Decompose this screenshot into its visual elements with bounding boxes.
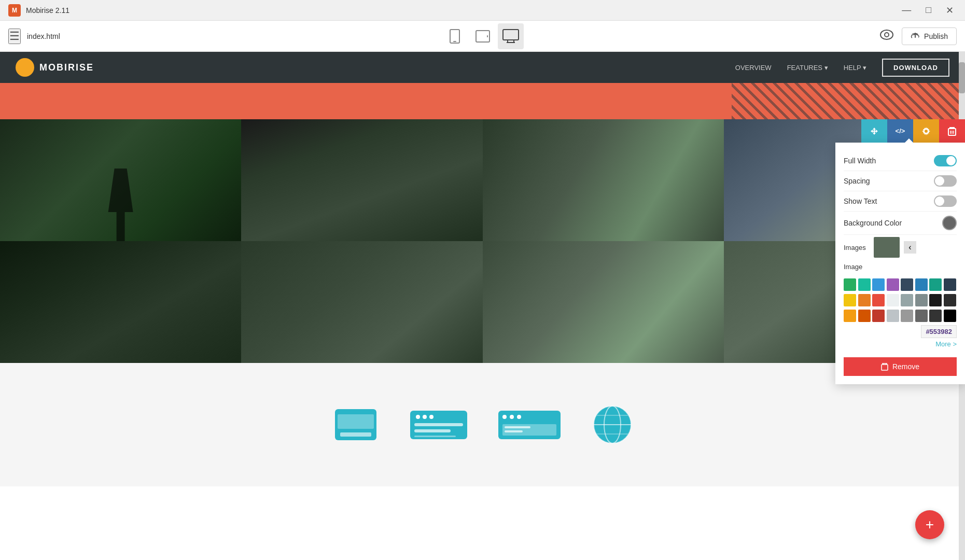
window-controls: — □ ✕ <box>899 4 957 17</box>
color-swatch-charcoal[interactable] <box>929 310 942 322</box>
color-swatch-dark-orange[interactable] <box>858 310 871 322</box>
publish-button[interactable]: Publish <box>902 27 957 45</box>
full-width-label: Full Width <box>844 157 876 165</box>
background-color-swatch[interactable] <box>942 216 957 230</box>
feature-tablet-icon <box>332 407 379 443</box>
nav-link-features[interactable]: FEATURES ▾ <box>787 64 828 72</box>
desktop-device-button[interactable] <box>498 23 524 49</box>
toolbar: ☰ index.html <box>0 21 965 52</box>
nav-link-overview[interactable]: OVERVIEW <box>735 64 772 72</box>
color-section: #553982 More > <box>844 274 957 352</box>
color-swatch-red[interactable] <box>872 294 885 306</box>
app-title: Mobirise 2.11 <box>26 6 69 15</box>
svg-rect-4 <box>503 30 519 40</box>
svg-rect-22 <box>340 432 371 437</box>
svg-rect-30 <box>414 436 456 437</box>
svg-point-32 <box>502 415 507 419</box>
color-swatch-orange[interactable] <box>858 294 871 306</box>
title-bar: M Mobirise 2.11 — □ ✕ <box>0 0 965 21</box>
spacing-toggle[interactable] <box>934 175 957 187</box>
toolbar-right: Publish <box>880 27 957 45</box>
color-swatch-silver[interactable] <box>887 310 899 322</box>
color-hex-row: #553982 <box>844 325 957 338</box>
full-width-toggle[interactable] <box>934 155 957 166</box>
show-text-toggle[interactable] <box>934 195 957 207</box>
full-width-setting: Full Width <box>844 151 957 171</box>
svg-point-9 <box>925 130 928 133</box>
gallery-image-7 <box>483 241 724 363</box>
show-text-setting: Show Text <box>844 191 957 212</box>
orange-section <box>0 83 965 119</box>
image-thumbnail[interactable] <box>874 237 900 258</box>
nav-bar: MOBIRISE OVERVIEW FEATURES ▾ HELP ▾ DOWN… <box>0 52 965 83</box>
spacing-label: Spacing <box>844 177 870 185</box>
show-text-label: Show Text <box>844 197 877 205</box>
nav-download-button[interactable]: DOWNLOAD <box>882 59 949 77</box>
prev-image-button[interactable]: ‹ <box>904 241 916 254</box>
color-swatch-purple[interactable] <box>887 278 899 291</box>
image-gallery: </> Full Width <box>0 119 965 363</box>
settings-section-button[interactable] <box>913 119 939 143</box>
nav-links: OVERVIEW FEATURES ▾ HELP ▾ DOWNLOAD <box>735 59 949 77</box>
more-colors-link[interactable]: More > <box>844 340 957 348</box>
nav-link-help[interactable]: HELP ▾ <box>844 64 866 72</box>
color-swatch-mid-gray[interactable] <box>915 294 928 306</box>
gallery-image-5 <box>0 241 241 363</box>
color-swatch-dark-teal[interactable] <box>929 278 942 291</box>
color-swatch-mid-blue[interactable] <box>915 278 928 291</box>
color-swatch-medium-gray[interactable] <box>901 310 913 322</box>
move-section-button[interactable] <box>861 119 887 143</box>
color-swatch-gray[interactable] <box>901 294 913 306</box>
svg-rect-3 <box>487 35 488 37</box>
color-swatch-blue[interactable] <box>872 278 885 291</box>
nav-logo: MOBIRISE <box>16 58 94 77</box>
svg-point-26 <box>423 415 427 419</box>
svg-rect-36 <box>505 426 530 428</box>
images-row: Images ‹ <box>844 235 957 262</box>
svg-point-25 <box>416 415 420 419</box>
remove-label: Remove <box>892 362 919 371</box>
color-swatch-green[interactable] <box>844 278 856 291</box>
minimize-button[interactable]: — <box>899 4 914 17</box>
background-color-label: Background Color <box>844 219 902 227</box>
color-swatch-dark-red[interactable] <box>872 310 885 322</box>
color-swatch-darker[interactable] <box>944 294 956 306</box>
svg-rect-28 <box>414 423 463 426</box>
feature-menu-icon <box>410 411 467 439</box>
color-swatch-dark-blue[interactable] <box>901 278 913 291</box>
svg-rect-37 <box>505 430 523 432</box>
svg-point-6 <box>880 30 893 39</box>
color-grid-row1 <box>844 278 957 291</box>
add-section-button[interactable]: + <box>915 510 944 539</box>
tablet-device-button[interactable] <box>470 23 496 49</box>
maximize-button[interactable]: □ <box>922 4 934 17</box>
gallery-image-6 <box>241 241 482 363</box>
gallery-image-3 <box>483 119 724 241</box>
svg-point-27 <box>429 415 433 419</box>
color-grid-row3 <box>844 310 957 322</box>
remove-button[interactable]: Remove <box>844 357 957 376</box>
color-swatch-dark[interactable] <box>929 294 942 306</box>
mobile-device-button[interactable] <box>442 23 468 49</box>
bottom-section <box>0 363 965 486</box>
svg-rect-35 <box>502 424 556 436</box>
feature-window-icon <box>498 411 561 439</box>
images-label: Images <box>844 244 870 251</box>
gallery-image-2 <box>241 119 482 241</box>
color-swatch-navy[interactable] <box>944 278 956 291</box>
section-toolbar: </> <box>861 119 965 143</box>
scroll-thumb[interactable] <box>959 62 965 93</box>
color-hex-display[interactable]: #553982 <box>921 325 957 338</box>
delete-section-button[interactable] <box>939 119 965 143</box>
color-swatch-black[interactable] <box>944 310 956 322</box>
color-swatch-light-gray[interactable] <box>887 294 899 306</box>
preview-button[interactable] <box>880 30 893 43</box>
color-swatch-teal[interactable] <box>858 278 871 291</box>
close-button[interactable]: ✕ <box>943 4 957 17</box>
svg-point-33 <box>510 415 514 419</box>
color-swatch-yellow[interactable] <box>844 294 856 306</box>
menu-button[interactable]: ☰ <box>8 29 21 44</box>
color-swatch-amber[interactable] <box>844 310 856 322</box>
color-swatch-dim-gray[interactable] <box>915 310 928 322</box>
panel-caret <box>905 138 913 143</box>
